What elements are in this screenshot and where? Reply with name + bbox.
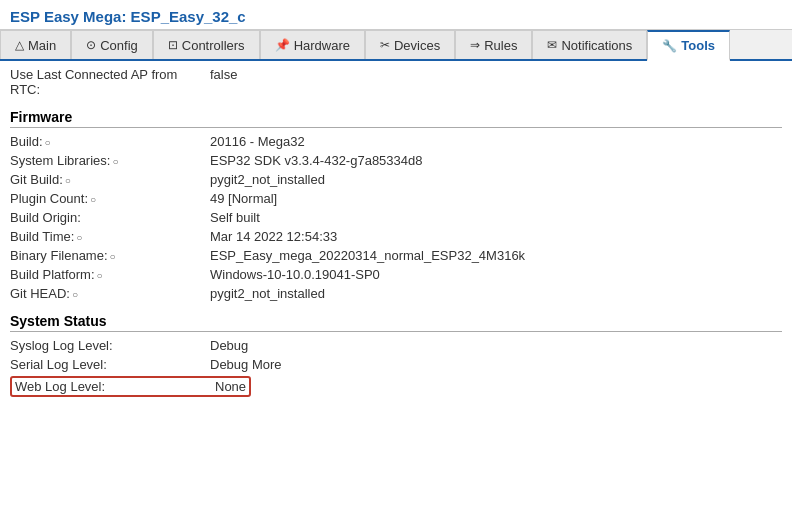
tab-tools[interactable]: 🔧Tools <box>647 30 730 61</box>
firmware-value-5: Mar 14 2022 12:54:33 <box>210 229 337 244</box>
firmware-label-2: Git Build: <box>10 172 210 187</box>
firmware-label-0: Build: <box>10 134 210 149</box>
firmware-label-3: Plugin Count: <box>10 191 210 206</box>
page-title: ESP Easy Mega: ESP_Easy_32_c <box>10 8 782 25</box>
hardware-tab-label: Hardware <box>294 38 350 53</box>
firmware-label-6: Binary Filename: <box>10 248 210 263</box>
tab-controllers[interactable]: ⊡Controllers <box>153 30 260 59</box>
system-status-value-2: None <box>215 379 246 394</box>
controllers-tab-label: Controllers <box>182 38 245 53</box>
hardware-tab-icon: 📌 <box>275 38 290 52</box>
system-status-row-1: Serial Log Level:Debug More <box>10 355 782 374</box>
config-tab-icon: ⊙ <box>86 38 96 52</box>
firmware-row-7: Build Platform:Windows-10-10.0.19041-SP0 <box>10 265 782 284</box>
devices-tab-label: Devices <box>394 38 440 53</box>
system-status-label-2: Web Log Level: <box>15 379 215 394</box>
main-tab-label: Main <box>28 38 56 53</box>
notifications-tab-icon: ✉ <box>547 38 557 52</box>
firmware-value-8: pygit2_not_installed <box>210 286 325 301</box>
rules-tab-label: Rules <box>484 38 517 53</box>
firmware-value-1: ESP32 SDK v3.3.4-432-g7a85334d8 <box>210 153 423 168</box>
firmware-value-0: 20116 - Mega32 <box>210 134 305 149</box>
tab-hardware[interactable]: 📌Hardware <box>260 30 365 59</box>
tab-notifications[interactable]: ✉Notifications <box>532 30 647 59</box>
system-status-value-0: Debug <box>210 338 248 353</box>
system-status-section-header: System Status <box>10 313 782 332</box>
firmware-label-1: System Libraries: <box>10 153 210 168</box>
devices-tab-icon: ✂ <box>380 38 390 52</box>
controllers-tab-icon: ⊡ <box>168 38 178 52</box>
firmware-row-0: Build:20116 - Mega32 <box>10 132 782 151</box>
tab-rules[interactable]: ⇒Rules <box>455 30 532 59</box>
firmware-label-5: Build Time: <box>10 229 210 244</box>
firmware-row-8: Git HEAD:pygit2_not_installed <box>10 284 782 303</box>
firmware-row-5: Build Time:Mar 14 2022 12:54:33 <box>10 227 782 246</box>
firmware-value-4: Self built <box>210 210 260 225</box>
pre-section-label: Use Last Connected AP from RTC: <box>10 67 210 97</box>
firmware-row-1: System Libraries:ESP32 SDK v3.3.4-432-g7… <box>10 151 782 170</box>
firmware-value-6: ESP_Easy_mega_20220314_normal_ESP32_4M31… <box>210 248 525 263</box>
system-status-label-1: Serial Log Level: <box>10 357 210 372</box>
system-status-rows: Syslog Log Level:DebugSerial Log Level:D… <box>10 336 782 399</box>
firmware-row-4: Build Origin:Self built <box>10 208 782 227</box>
pre-section-row: Use Last Connected AP from RTC: false <box>10 65 782 99</box>
firmware-value-3: 49 [Normal] <box>210 191 277 206</box>
nav-tabs: △Main⊙Config⊡Controllers📌Hardware✂Device… <box>0 30 792 61</box>
firmware-row-3: Plugin Count:49 [Normal] <box>10 189 782 208</box>
firmware-row-6: Binary Filename:ESP_Easy_mega_20220314_n… <box>10 246 782 265</box>
pre-section-value: false <box>210 67 237 97</box>
notifications-tab-label: Notifications <box>561 38 632 53</box>
firmware-label-7: Build Platform: <box>10 267 210 282</box>
tools-tab-label: Tools <box>681 38 715 53</box>
system-status-row-2: Web Log Level:None <box>10 374 782 399</box>
tools-tab-icon: 🔧 <box>662 39 677 53</box>
firmware-value-7: Windows-10-10.0.19041-SP0 <box>210 267 380 282</box>
tab-config[interactable]: ⊙Config <box>71 30 153 59</box>
system-status-value-1: Debug More <box>210 357 282 372</box>
main-tab-icon: △ <box>15 38 24 52</box>
firmware-label-4: Build Origin: <box>10 210 210 225</box>
firmware-value-2: pygit2_not_installed <box>210 172 325 187</box>
system-status-label-0: Syslog Log Level: <box>10 338 210 353</box>
firmware-label-8: Git HEAD: <box>10 286 210 301</box>
rules-tab-icon: ⇒ <box>470 38 480 52</box>
config-tab-label: Config <box>100 38 138 53</box>
firmware-section-header: Firmware <box>10 109 782 128</box>
system-status-row-0: Syslog Log Level:Debug <box>10 336 782 355</box>
web-log-level-highlight: Web Log Level:None <box>10 376 251 397</box>
tab-devices[interactable]: ✂Devices <box>365 30 455 59</box>
tab-main[interactable]: △Main <box>0 30 71 59</box>
firmware-rows: Build:20116 - Mega32System Libraries:ESP… <box>10 132 782 303</box>
firmware-row-2: Git Build:pygit2_not_installed <box>10 170 782 189</box>
main-content: Use Last Connected AP from RTC: false Fi… <box>0 61 792 501</box>
